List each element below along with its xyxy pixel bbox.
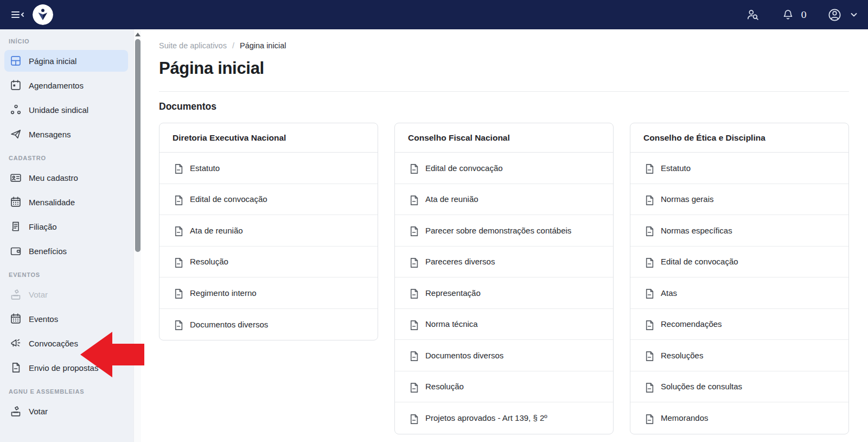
- document-row-label: Resoluções: [661, 351, 703, 360]
- document-row-label: Ata de reunião: [190, 226, 243, 235]
- document-row[interactable]: Documentos diversos: [159, 309, 378, 340]
- document-row[interactable]: Representação: [395, 277, 613, 309]
- top-navbar: 0: [0, 0, 868, 29]
- document-row[interactable]: Atas: [630, 277, 848, 309]
- calendar-grid-icon: [10, 196, 22, 208]
- sidebar-item-mensalidade[interactable]: Mensalidade: [4, 191, 128, 213]
- document-row-label: Estatuto: [190, 163, 220, 173]
- sidebar-section-title: AGNU E ASSEMBLEIAS: [9, 388, 128, 395]
- document-icon: [643, 163, 653, 173]
- document-icon: [643, 288, 653, 298]
- document-row-label: Normas gerais: [661, 194, 714, 204]
- document-row-label: Atas: [661, 288, 677, 298]
- sidebar-item-label: Votar: [29, 407, 48, 416]
- notification-count: 0: [801, 9, 807, 20]
- scrollbar-thumb[interactable]: [135, 39, 141, 252]
- document-row-label: Resolução: [190, 257, 228, 266]
- document-row-label: Recomendações: [661, 319, 722, 329]
- document-row[interactable]: Resoluções: [630, 340, 848, 371]
- document-row[interactable]: Norma técnica: [395, 309, 613, 340]
- sidebar-collapse-button[interactable]: [9, 7, 26, 22]
- sidebar-item-mensagens[interactable]: Mensagens: [4, 123, 128, 145]
- sidebar-item-beneficios[interactable]: Benefícios: [4, 240, 128, 262]
- document-icon: [408, 382, 418, 392]
- avatar-icon: [827, 8, 842, 22]
- sidebar-item-envio-de-propostas[interactable]: Envio de propostas: [4, 357, 128, 378]
- document-row[interactable]: Parecer sobre demonstrações contábeis: [395, 215, 613, 247]
- document-icon: [643, 319, 653, 329]
- document-icon: [173, 194, 182, 204]
- sidebar-item-unidade-sindical[interactable]: Unidade sindical: [4, 99, 128, 121]
- document-icon: [408, 257, 418, 267]
- breadcrumb-root-link[interactable]: Suite de aplicativos: [159, 41, 227, 50]
- scrollbar-up-arrow[interactable]: [135, 33, 141, 36]
- sidebar-item-eventos[interactable]: Eventos: [4, 308, 128, 330]
- sidebar-item-filiacao[interactable]: Filiação: [4, 216, 128, 237]
- sidebar-item-label: Meu cadastro: [29, 173, 78, 182]
- document-row[interactable]: Documentos diversos: [395, 340, 613, 371]
- document-icon: [173, 288, 182, 298]
- document-row[interactable]: Soluções de consultas: [630, 371, 848, 403]
- account-menu-chevron[interactable]: [848, 9, 859, 20]
- document-row[interactable]: Normas gerais: [630, 184, 848, 216]
- notifications-button[interactable]: [780, 7, 796, 23]
- document-icon: [408, 225, 418, 235]
- document-row-label: Representação: [425, 288, 481, 298]
- app-logo[interactable]: [33, 4, 53, 25]
- sidebar-section-title: EVENTOS: [9, 271, 128, 278]
- ballot-icon: [10, 288, 22, 300]
- sidebar-scrollbar[interactable]: [133, 29, 141, 442]
- document-row[interactable]: Edital de convocação: [159, 184, 378, 216]
- document-row[interactable]: Normas específicas: [630, 215, 848, 247]
- account-button[interactable]: [826, 7, 843, 23]
- member-search-button[interactable]: [744, 7, 761, 23]
- id-card-icon: [10, 172, 22, 184]
- document-row[interactable]: Edital de convocação: [395, 153, 613, 184]
- document-icon: [10, 362, 22, 374]
- document-card-diretoria-executiva-nacional: Diretoria Executiva Nacional Estatuto Ed…: [159, 123, 378, 340]
- sidebar-item-meu-cadastro[interactable]: Meu cadastro: [4, 167, 128, 188]
- document-row[interactable]: Memorandos: [630, 402, 848, 434]
- bell-icon: [781, 8, 795, 22]
- documents-heading: Documentos: [159, 101, 849, 112]
- document-row-label: Pareceres diversos: [425, 257, 495, 266]
- sidebar-item-votar-agnu[interactable]: Votar: [4, 400, 128, 422]
- document-icon: [408, 194, 418, 204]
- sidebar-item-convocacoes[interactable]: Convocações: [4, 332, 128, 354]
- menu-fold-icon: [10, 8, 25, 21]
- document-row[interactable]: Edital de convocação: [630, 247, 848, 278]
- document-row[interactable]: Estatuto: [159, 153, 378, 184]
- sidebar-item-label: Benefícios: [29, 247, 67, 256]
- sidebar-section-title: INÍCIO: [9, 38, 128, 45]
- document-row-label: Edital de convocação: [425, 163, 503, 173]
- document-row[interactable]: Ata de reunião: [159, 215, 378, 247]
- sidebar-item-votar-eventos: Votar: [4, 283, 128, 305]
- document-row-label: Normas específicas: [661, 226, 732, 235]
- calendar-grid-icon: [10, 313, 22, 325]
- document-icon: [643, 194, 653, 204]
- document-row[interactable]: Projetos aprovados - Art 139, § 2º: [395, 402, 613, 434]
- sidebar-item-label: Votar: [29, 290, 48, 299]
- sidebar-section-inicio: INÍCIO Página inicial Agendamentos Unida…: [4, 38, 128, 145]
- calendar-dot-icon: [10, 79, 22, 91]
- document-row[interactable]: Pareceres diversos: [395, 247, 613, 278]
- document-row[interactable]: Regimento interno: [159, 277, 378, 309]
- document-row-label: Parecer sobre demonstrações contábeis: [425, 226, 571, 235]
- document-row-label: Soluções de consultas: [661, 382, 742, 391]
- document-row[interactable]: Recomendações: [630, 309, 848, 340]
- document-row-label: Resolução: [425, 382, 464, 391]
- document-row[interactable]: Resolução: [159, 247, 378, 278]
- document-icon: [408, 350, 418, 360]
- document-row[interactable]: Resolução: [395, 371, 613, 403]
- sidebar-item-pagina-inicial[interactable]: Página inicial: [4, 50, 128, 72]
- document-icon: [643, 350, 653, 360]
- breadcrumb: Suite de aplicativos / Página inicial: [159, 41, 849, 50]
- wallet-icon: [10, 245, 22, 257]
- layout-icon: [10, 55, 22, 67]
- document-row[interactable]: Estatuto: [630, 153, 848, 184]
- megaphone-icon: [10, 337, 22, 349]
- document-row[interactable]: Ata de reunião: [395, 184, 613, 216]
- title-divider: [159, 91, 849, 92]
- document-icon: [643, 413, 653, 423]
- sidebar-item-agendamentos[interactable]: Agendamentos: [4, 74, 128, 96]
